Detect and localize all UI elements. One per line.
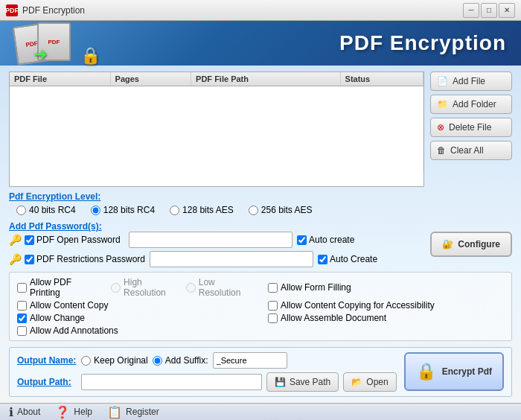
restrictions-pwd-input[interactable]: [150, 251, 313, 267]
allow-printing-label: Allow PDF Printing: [30, 277, 97, 298]
add-suffix-label: Add Suffix:: [165, 355, 208, 366]
allow-accessibility-item[interactable]: Allow Content Copying for Accessibility: [268, 300, 504, 311]
file-section: PDF File Pages PDF File Path Status 📄 Ad…: [9, 71, 512, 187]
add-folder-button[interactable]: 📁 Add Folder: [430, 95, 512, 114]
output-fields: Output Name: Keep Original Add Suffix:: [17, 352, 397, 392]
radio-aes-256[interactable]: 256 bits AES: [249, 205, 313, 215]
maximize-button[interactable]: □: [481, 3, 497, 18]
allow-content-copy-label: Allow Content Copy: [30, 300, 108, 311]
low-res-radio[interactable]: Low Resolution: [186, 277, 253, 298]
radio-rc4-40-input[interactable]: [16, 206, 26, 215]
content-area: PDF File Pages PDF File Path Status 📄 Ad…: [0, 66, 521, 403]
help-button[interactable]: ❓ Help: [55, 405, 92, 419]
app-title: PDF Encryption: [339, 31, 506, 55]
key-icon-1: 🔑: [9, 234, 22, 246]
restrictions-pwd-label: PDF Restrictions Password: [36, 254, 145, 264]
title-bar-left: PDF PDF Encryption: [6, 4, 85, 16]
radio-aes-128-input[interactable]: [170, 206, 179, 215]
auto-create-restrictions-checkbox[interactable]: [318, 255, 327, 264]
restrictions-pwd-checkbox-label[interactable]: PDF Restrictions Password: [25, 254, 145, 264]
radio-aes-128[interactable]: 128 bits AES: [170, 205, 234, 215]
high-res-radio[interactable]: High Resolution: [111, 277, 180, 298]
add-suffix-radio[interactable]: Add Suffix:: [153, 355, 208, 366]
header-section: PDF PDF ➜ 🔒 PDF Encryption: [0, 21, 521, 66]
open-pwd-label-group: 🔑 PDF Open Password: [9, 234, 124, 246]
password-inputs: 🔑 PDF Open Password Auto create: [9, 232, 424, 270]
output-name-link[interactable]: Output Name:: [17, 355, 77, 366]
encrypt-icon: 🔒: [416, 362, 436, 381]
radio-rc4-40[interactable]: 40 bits RC4: [16, 205, 76, 215]
allow-printing-checkbox[interactable]: [17, 283, 27, 293]
path-input[interactable]: [81, 374, 262, 390]
suffix-input[interactable]: [213, 352, 287, 369]
minimize-button[interactable]: ─: [463, 3, 479, 18]
auto-create-open-text: Auto create: [309, 235, 354, 245]
allow-content-copy-item[interactable]: Allow Content Copy: [17, 300, 253, 311]
file-table: PDF File Pages PDF File Path Status: [10, 72, 423, 172]
col-pdf-file: PDF File: [10, 72, 110, 86]
allow-change-label: Allow Change: [30, 313, 85, 323]
auto-create-restrictions-label[interactable]: Auto Create: [318, 254, 377, 264]
add-suffix-radio-input[interactable]: [153, 356, 162, 366]
output-path-row: Output Path: 💾 Save Path 📂 Open: [17, 372, 397, 392]
about-icon: ℹ: [9, 405, 13, 419]
allow-form-filling-checkbox[interactable]: [268, 283, 278, 293]
encryption-level-section: Pdf Encryption Level: 40 bits RC4 128 bi…: [9, 191, 512, 215]
title-bar-controls[interactable]: ─ □ ✕: [463, 3, 515, 18]
auto-create-open-checkbox[interactable]: [297, 235, 307, 245]
allow-form-filling-item[interactable]: Allow Form Filling: [268, 277, 504, 298]
resolution-group: High Resolution Low Resolution: [111, 277, 253, 298]
open-button[interactable]: 📂 Open: [343, 372, 396, 392]
keep-original-radio[interactable]: Keep Original: [81, 355, 148, 366]
open-pwd-checkbox-label[interactable]: PDF Open Password: [25, 235, 121, 245]
output-path-link[interactable]: Output Path:: [17, 377, 77, 387]
add-password-link[interactable]: Add Pdf Password(s):: [9, 221, 102, 232]
allow-content-copy-checkbox[interactable]: [17, 301, 27, 311]
allow-printing-item[interactable]: Allow PDF Printing: [17, 277, 97, 298]
encrypt-button[interactable]: 🔒 Encrypt Pdf: [404, 352, 504, 391]
title-bar: PDF PDF Encryption ─ □ ✕: [0, 0, 521, 21]
encrypt-label: Encrypt Pdf: [442, 366, 492, 377]
high-res-radio-input[interactable]: [111, 283, 121, 293]
radio-rc4-128[interactable]: 128 bits RC4: [91, 205, 155, 215]
about-label: About: [17, 407, 40, 417]
allow-assemble-item[interactable]: Allow Assemble Document: [268, 313, 504, 323]
about-button[interactable]: ℹ About: [9, 405, 40, 419]
clear-all-label: Clear All: [450, 145, 484, 156]
allow-change-item[interactable]: Allow Change: [17, 313, 253, 323]
add-folder-label: Add Folder: [453, 99, 496, 109]
delete-file-label: Delete File: [449, 122, 491, 133]
open-pwd-input[interactable]: [129, 232, 293, 248]
keep-original-radio-input[interactable]: [81, 356, 91, 366]
encryption-level-link[interactable]: Pdf Encryption Level:: [9, 191, 100, 202]
high-res-label: High Resolution: [124, 277, 180, 298]
footer: ℹ About ❓ Help 📋 Register: [0, 403, 521, 420]
delete-file-button[interactable]: ⊗ Delete File: [430, 118, 512, 137]
configure-icon: 🔐: [442, 239, 453, 249]
allow-change-checkbox[interactable]: [17, 314, 27, 323]
restrictions-pwd-checkbox[interactable]: [25, 255, 34, 264]
radio-rc4-128-input[interactable]: [91, 206, 100, 215]
open-icon: 📂: [351, 377, 362, 387]
low-res-radio-input[interactable]: [186, 283, 196, 293]
allow-accessibility-checkbox[interactable]: [268, 301, 278, 311]
add-file-button[interactable]: 📄 Add File: [430, 71, 512, 91]
main-container: PDF PDF ➜ 🔒 PDF Encryption PDF File Page…: [0, 21, 521, 420]
radio-aes-256-input[interactable]: [249, 206, 258, 215]
configure-button[interactable]: 🔐 Configure: [430, 232, 512, 257]
auto-create-open-label[interactable]: Auto create: [297, 235, 354, 245]
app-icon: PDF: [6, 4, 18, 16]
register-button[interactable]: 📋 Register: [107, 405, 159, 419]
allow-annotations-checkbox[interactable]: [17, 326, 27, 336]
clear-all-button[interactable]: 🗑 Clear All: [430, 141, 512, 160]
save-path-button[interactable]: 💾 Save Path: [266, 372, 339, 392]
password-section: Add Pdf Password(s): 🔑 PDF Open Password: [9, 221, 512, 341]
configure-label: Configure: [458, 239, 500, 249]
allow-annotations-item[interactable]: Allow Add Annotations: [17, 325, 253, 336]
green-arrow-icon: ➜: [33, 45, 47, 64]
auto-create-restrictions-text: Auto Create: [330, 254, 377, 264]
open-password-row: 🔑 PDF Open Password Auto create: [9, 232, 424, 248]
close-button[interactable]: ✕: [499, 3, 515, 18]
allow-assemble-checkbox[interactable]: [268, 314, 278, 323]
open-pwd-checkbox[interactable]: [25, 235, 34, 245]
